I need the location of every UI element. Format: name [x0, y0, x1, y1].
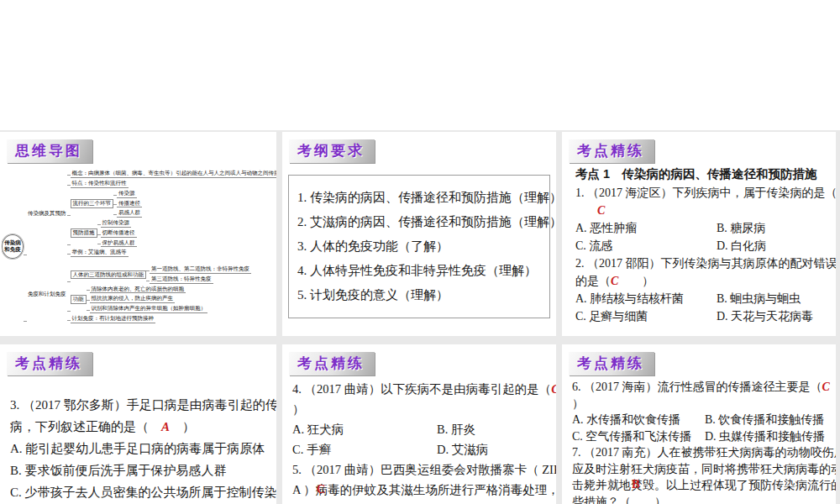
mindmap-subtree-function: 功能 清除体内衰老的、死亡的或损伤的细胞 抵抗抗原的侵入，防止疾病的产生 识别和… [71, 286, 208, 313]
answer-mark-q3: A [161, 420, 170, 433]
slide-panel-practice-1[interactable]: 考点精练 考点 1 传染病的病因、传播途径和预防措施 1. （2017 海淀区）… [562, 132, 836, 336]
question-7-pre: 击毙并就地 [572, 479, 631, 491]
syllabus-item-4: 4. 人体特异性免疫和非特异性免疫（理解） [297, 259, 541, 283]
option-b: B. 要求饭前便后洗手属于保护易感人群 [10, 459, 271, 481]
question-4-options-cd: C. 手癣 D. 艾滋病 [292, 439, 551, 459]
question-7-text-line2: 应及时注射狂犬病疫苗，同时将携带狂犬病病毒的动物 [572, 461, 831, 478]
answer-overlap-q5: 病C [316, 480, 328, 500]
panel-title-practice: 考点精练 [7, 352, 92, 375]
question-5-pre: A ） [292, 483, 316, 496]
mindmap-node-function-label: 功能 [71, 295, 87, 304]
mindmap-node: 易感人群 [117, 209, 142, 218]
mindmap-subtree-prevention: 预防措施 控制传染源 切断传播途径 保护易感人群 [71, 219, 137, 247]
question-7-text-line3: 击毙并就地焚B毁。以上过程体现了预防传染病流行的哪 [572, 477, 831, 494]
keypoint-1-heading: 考点 1 传染病的病因、传播途径和预防措施 [575, 166, 831, 182]
option-d: D. 天花与天花病毒 [717, 307, 813, 325]
option-c: C. 足癣与细菌 [575, 307, 717, 325]
question-1-options-cd: C. 流感 D. 白化病 [575, 237, 831, 255]
mindmap-node-planned: 计划免疫：有计划地进行预防接种 [71, 315, 156, 323]
mindmap-node: 传播途径 [117, 200, 142, 208]
question-5-post: 毒的伊蚊及其滋生场所进行严格消毒处理，此措 [328, 483, 556, 496]
mindmap-node: 识别和清除体内产生的异常细胞（如肿瘤细胞） [90, 305, 208, 313]
question-7-post: 毁。以上过程体现了预防传染病流行的哪 [643, 479, 836, 491]
slide-panel-practice-4[interactable]: 考点精练 6. （2017 海南）流行性感冒的传播途径主要是（C ） A. 水传… [562, 344, 836, 504]
question-3-text-line2: 病，下列叙述正确的是（ A ） [10, 416, 271, 438]
mindmap-node-label: 免疫和计划免疫 [27, 291, 67, 298]
question-5-text-line2: A ）病C毒的伊蚊及其滋生场所进行严格消毒处理，此措 [292, 480, 551, 500]
option-a: A. 肺结核与结核杆菌 [575, 290, 717, 307]
option-c: C. 流感 [575, 237, 717, 255]
option-b: B. 糖尿病 [717, 219, 765, 237]
option-a: A. 能引起婴幼儿患手足口病的病毒属于病原体 [10, 438, 271, 459]
option-d: D. 虫媒传播和接触传播 [705, 428, 825, 445]
mindmap-subtree-defense: 人体的三道防线的组成和功能 第一道防线、第二道防线：非特异性免疫 第三道防线：特… [71, 265, 252, 284]
question-6-text-line2: ） [572, 396, 831, 412]
panel-title-practice: 考点精练 [569, 139, 654, 163]
answer-overlap-q7: 焚B [631, 477, 643, 494]
question-3-post: ） [170, 420, 195, 433]
option-c: C. 手癣 [292, 439, 437, 459]
question-6-pre: 6. （2017 海南）流行性感冒的传播途径主要是（ [572, 381, 822, 393]
answer-mark-q6: C [822, 381, 830, 393]
mindmap-node: 保护易感人群 [101, 239, 137, 248]
question-1-options-ab: A. 恶性肿瘤 B. 糖尿病 [575, 219, 831, 237]
slide-panel-practice-3[interactable]: 考点精练 4. （2017 曲靖）以下疾病不是由病毒引起的是（C ） A. 狂犬… [282, 344, 556, 504]
slide-panel-syllabus[interactable]: 考纲要求 1. 传染病的病因、传播途径和预防措施（理解） 2. 艾滋病的病因、传… [282, 132, 556, 336]
question-1-answer-line: C [575, 202, 831, 219]
question-4-text-line1: 4. （2017 曲靖）以下疾病不是由病毒引起的是（C [292, 379, 551, 399]
mindmap-branch-infectious: 传染病及其预防 概念：由病原体（细菌、病毒、寄生虫等）引起的能在人与人之间或人与… [27, 170, 276, 257]
option-b: B. 饮食传播和接触传播 [705, 412, 824, 428]
question-2-options-ab: A. 肺结核与结核杆菌 B. 蛔虫病与蛔虫 [575, 290, 831, 307]
mindmap-node: 抵抗抗原的侵入，防止疾病的产生 [90, 295, 176, 303]
mindmap-branch-immunity: 免疫和计划免疫 人体的三道防线的组成和功能 第一道防线、第二道防线：非特异性免疫… [27, 265, 251, 323]
mindmap-node: 第三道防线：特异性免疫 [150, 276, 213, 284]
option-a: A. 狂犬病 [292, 419, 437, 439]
answer-mark-q7: B [632, 476, 639, 493]
question-2-post: ） [618, 275, 654, 287]
slide-panel-practice-2[interactable]: 考点精练 3. （2017 鄂尔多斯）手足口病是由病毒引起的传染 病，下列叙述正… [0, 344, 276, 504]
mindmap-node-feature: 特点：传染性和流行性 [71, 180, 129, 188]
question-2-options-cd: C. 足癣与细菌 D. 天花与天花病毒 [575, 307, 831, 325]
option-c: C. 少带孩子去人员密集的公共场所属于控制传染源 [10, 481, 271, 503]
answer-mark-q4: C [551, 382, 556, 396]
question-2-pre: 的是（ [575, 275, 611, 287]
question-7-text-line1: 7. （2017 南充）人在被携带狂犬病病毒的动物咬伤后， [572, 444, 831, 461]
question-3-text-line1: 3. （2017 鄂尔多斯）手足口病是由病毒引起的传染 [10, 394, 271, 416]
question-1-text: 1. （2017 海淀区）下列疾病中，属于传染病的是（ [575, 184, 831, 202]
mindmap-node-links-label: 流行的三个环节 [71, 199, 114, 208]
answer-mark-q5: C [317, 479, 325, 499]
question-4-options-ab: A. 狂犬病 B. 肝炎 [292, 419, 551, 439]
mindmap-node-prevention-label: 预防措施 [71, 228, 97, 238]
mindmap-root-node: 传染病和免疫 [2, 234, 24, 260]
option-d: D. 白化病 [717, 237, 766, 255]
slides-preview-page: 思维导图 传染病和免疫 传染病及其预防 概念：由病原体（细菌、病毒、寄生虫等）引… [0, 0, 840, 504]
mindmap-diagram: 传染病和免疫 传染病及其预防 概念：由病原体（细菌、病毒、寄生虫等）引起的能在人… [2, 159, 276, 334]
question-5-text-line3: 施是（ ） [292, 500, 551, 504]
panel-title-syllabus: 考纲要求 [289, 139, 375, 163]
answer-mark-q2: C [611, 275, 618, 287]
syllabus-box: 1. 传染病的病因、传播途径和预防措施（理解） 2. 艾滋病的病因、传播途径和预… [288, 175, 550, 318]
panel-title-practice: 考点精练 [569, 352, 654, 375]
option-a: A. 恶性肿瘤 [575, 219, 717, 237]
slide-panel-mindmap[interactable]: 思维导图 传染病和免疫 传染病及其预防 概念：由病原体（细菌、病毒、寄生虫等）引… [0, 132, 276, 336]
mindmap-node: 传染源 [117, 190, 137, 198]
option-b: B. 肝炎 [437, 419, 475, 439]
mindmap-subtree-links: 流行的三个环节 传染源 传播途径 易感人群 [71, 190, 143, 218]
question-4-text-line2: ） [292, 399, 551, 419]
question-7-text-line4: 些措施？（ ） [572, 494, 831, 504]
question-6-options-ab: A. 水传播和饮食传播 B. 饮食传播和接触传播 [572, 412, 831, 428]
mindmap-node-label: 传染病及其预防 [27, 210, 67, 218]
syllabus-item-3: 3. 人体的免疫功能（了解） [297, 234, 541, 259]
question-6-options-cd: C. 空气传播和飞沫传播 D. 虫媒传播和接触传播 [572, 428, 831, 445]
question-2-text-line1: 2. （2017 邵阳）下列传染病与其病原体的配对错误 [575, 255, 831, 272]
mindmap-node-defense-label: 人体的三道防线的组成和功能 [71, 270, 147, 280]
mindmap-node: 控制传染源 [101, 219, 132, 228]
option-c: C. 空气传播和飞沫传播 [572, 428, 705, 445]
question-5-text-line1: 5. （2017 曲靖）巴西奥运组委会对散播寨卡（ ZIK [292, 459, 551, 480]
option-a: A. 水传播和饮食传播 [572, 412, 705, 428]
mindmap-node-example: 举例：艾滋病、流感等 [71, 249, 129, 257]
answer-mark-q1: C [597, 204, 605, 217]
syllabus-item-2: 2. 艾滋病的病因、传播途径和预防措施（理解） [297, 210, 541, 234]
mindmap-node: 第一道防线、第二道防线：非特异性免疫 [150, 265, 251, 274]
mindmap-node: 清除体内衰老的、死亡的或损伤的细胞 [90, 286, 186, 294]
